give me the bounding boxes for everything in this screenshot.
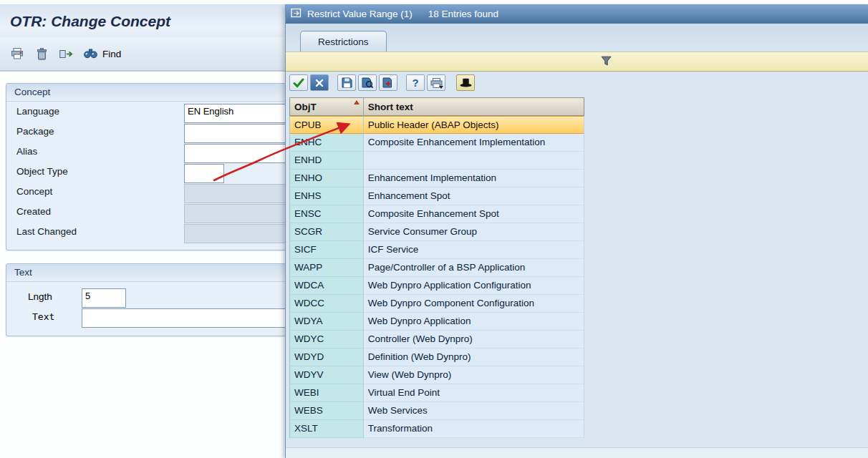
binoculars-icon [82,45,99,62]
field-row: Concept [6,182,287,202]
table-row[interactable]: ENHOEnhancement Implementation [289,170,584,187]
table-row[interactable]: WDYCController (Web Dynpro) [289,331,584,349]
cell-short-text: Controller (Web Dynpro) [364,331,584,349]
cell-objt: ENHO [289,170,364,187]
concept-group-title: Concept [6,84,287,102]
table-row[interactable]: WDCAWeb Dynpro Application Configuration [289,277,584,295]
table-row[interactable]: ENHCComposite Enhancement Implementation [289,134,584,152]
text-label: Text [32,311,54,322]
table-row[interactable]: ENSCComposite Enhancement Spot [289,205,584,223]
cell-short-text: Composite Enhancement Spot [364,205,584,223]
table-row[interactable]: WDYVView (Web Dynpro) [289,366,584,384]
cell-objt: ENSC [289,205,364,223]
cell-short-text: Composite Enhancement Implementation [364,134,584,152]
trash-icon[interactable] [33,45,50,62]
cell-objt: WDYV [289,366,364,384]
table-row[interactable]: WEBIVirtual End Point [289,384,584,402]
text-field[interactable] [82,308,299,328]
main-toolbar: Find [0,37,289,72]
table-row[interactable]: WEBSWeb Services [289,402,584,420]
cell-objt: ENHS [289,187,364,205]
dialog-window-icon [291,8,302,20]
length-label: Lngth [28,291,52,302]
dialog-title: Restrict Value Range (1) [307,9,413,19]
print-icon[interactable] [427,74,445,91]
field-row: Object Type [6,162,287,182]
cell-short-text: Enhancement Implementation [364,170,584,187]
close-icon[interactable] [310,74,329,91]
f4-table-body: CPUBPublic Header (ABAP Objects)ENHCComp… [289,116,584,438]
save-icon[interactable] [337,74,356,91]
table-row[interactable]: ENHD [289,152,584,170]
field-label: Object Type [16,166,68,177]
text-group-title: Text [6,264,287,282]
table-header: ObjT Short text [289,97,584,116]
tab-strip: Restrictions [286,24,868,52]
cell-objt: ENHC [289,134,364,152]
restriction-filter-band [286,52,868,72]
table-row[interactable]: XSLTTransformation [289,420,584,438]
concept-fields: LanguageEN EnglishPackageAliasObject Typ… [6,102,287,242]
concept-groupbox: Concept LanguageEN EnglishPackageAliasOb… [6,83,288,250]
field-row: Alias [6,142,287,162]
table-row[interactable]: WDYDDefinition (Web Dynpro) [289,349,584,366]
cell-short-text: Transformation [364,420,584,438]
table-row[interactable]: WDCCWeb Dynpro Component Configuration [289,295,584,313]
table-row[interactable]: WAPPPage/Controller of a BSP Application [289,259,584,277]
transport-icon[interactable] [57,45,74,62]
cell-objt: WEBS [289,402,364,420]
find-next-icon[interactable] [379,74,397,91]
cell-short-text: Page/Controller of a BSP Application [364,259,584,277]
cell-short-text: Web Dynpro Component Configuration [364,295,584,313]
find-label: Find [102,49,121,59]
field-label: Created [16,206,51,217]
find-button[interactable]: Find [82,45,121,62]
language-field[interactable]: EN English [184,104,300,123]
column-header-short-text[interactable]: Short text [363,97,584,116]
cell-objt: WDCC [289,295,364,313]
field-row: Created [6,202,287,222]
last-changed-field [184,224,300,243]
alias-field[interactable] [184,144,300,163]
object-type-field[interactable] [184,164,224,183]
cell-objt: XSLT [289,420,364,438]
cell-short-text: ICF Service [364,241,584,259]
personal-value-list-hat-icon[interactable] [456,74,475,91]
field-label: Last Changed [16,226,77,237]
field-row: Package [6,122,287,142]
funnel-icon[interactable] [601,56,612,69]
cell-short-text: Service Consumer Group [364,223,584,241]
dialog-titlebar: Restrict Value Range (1) 18 Entries foun… [286,4,868,24]
column-header-objt[interactable]: ObjT [289,97,363,116]
cell-short-text: Web Services [364,402,584,420]
cell-short-text: Web Dynpro Application Configuration [364,277,584,295]
cell-short-text: Enhancement Spot [364,187,584,205]
confirm-icon[interactable] [289,74,308,91]
dialog-bottom-bar [286,447,868,458]
cell-objt: WDYD [289,349,364,366]
field-label: Package [16,126,54,137]
text-groupbox: Text Lngth 5 Text [6,263,288,336]
table-row[interactable]: CPUBPublic Header (ABAP Objects) [289,116,584,134]
table-row[interactable]: ENHSEnhancement Spot [289,187,584,205]
help-icon[interactable]: ? [406,74,425,91]
cell-objt: WDYC [289,331,364,349]
table-row[interactable]: WDYAWeb Dynpro Application [289,313,584,331]
table-row[interactable]: SICFICF Service [289,241,584,259]
field-label: Language [16,106,59,117]
package-field[interactable] [184,124,300,143]
length-field[interactable]: 5 [82,288,126,308]
entries-found-label: 18 Entries found [428,9,498,19]
print-icon[interactable] [9,45,26,62]
find-icon[interactable] [358,74,377,91]
cell-short-text: Web Dynpro Application [364,313,584,331]
table-row[interactable]: SCGRService Consumer Group [289,223,584,241]
tab-restrictions[interactable]: Restrictions [300,31,387,52]
main-window-titlebar: OTR: Change Concept [0,4,289,38]
otr-main-window: OTR: Change Concept Find Concept Languag… [0,0,289,458]
cell-objt: CPUB [289,116,364,134]
field-label: Concept [16,186,52,197]
sort-ascending-icon [354,100,360,104]
cell-short-text: Virtual End Point [364,384,584,402]
cell-objt: WDYA [289,313,364,331]
